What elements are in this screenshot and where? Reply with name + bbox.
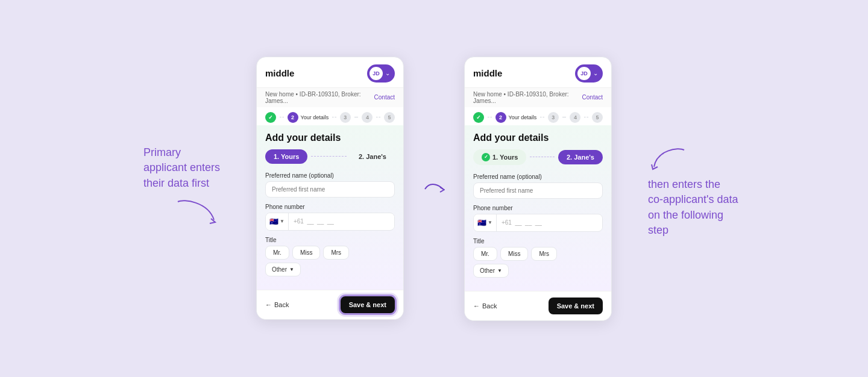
card-2-subheader-text: New home • ID-BR-109310, Broker: James..… (473, 91, 582, 104)
card-1-tab-janes[interactable]: 2. Jane's (350, 149, 395, 164)
card-2-chevron-phone: ▼ (488, 220, 492, 225)
card-2-title-mrs[interactable]: Mrs (531, 247, 557, 261)
card-2-phone-flag-btn[interactable]: 🇦🇺 ▼ (474, 214, 497, 231)
card-1-tab-yours[interactable]: 1. Yours (265, 149, 307, 164)
card-2-preferred-name-group: Preferred name (optional) (473, 173, 603, 199)
card-1-title-miss[interactable]: Miss (292, 246, 321, 260)
card-1-other-dropdown[interactable]: Other ▼ (265, 263, 301, 276)
card-2-flag-icon: 🇦🇺 (477, 219, 486, 227)
card2-step-2-active: 2 (495, 112, 506, 123)
card-1-back-btn[interactable]: ← Back (265, 301, 289, 308)
card2-step-1-check: ✓ (473, 112, 484, 123)
card-1-save-next-btn[interactable]: Save & next (341, 296, 395, 313)
step-dots-2 (332, 117, 336, 117)
card-1-footer: ← Back Save & next (257, 290, 403, 319)
card-2-footer: ← Back Save & next (465, 291, 611, 320)
forward-arrow-icon (422, 177, 446, 195)
card-2-tab-check-icon: ✓ (482, 153, 490, 161)
card-2-tab-janes[interactable]: 2. Jane's (558, 150, 603, 164)
card-2-progress: ✓ 2 Your details 3 4 5 (465, 107, 611, 125)
step-1-check: ✓ (265, 112, 276, 123)
card-2-contact-link[interactable]: Contact (582, 94, 603, 101)
card-2-tab-dots (530, 157, 555, 157)
card-2-tab-row: ✓ 1. Yours 2. Jane's (473, 149, 603, 165)
card-1-back-arrow-icon: ← (265, 301, 272, 308)
card2-step-dots-4 (584, 117, 588, 117)
card-1-progress: ✓ 2 Your details 3 4 5 (257, 107, 403, 125)
step-dots-1 (280, 117, 284, 117)
card-1-form-title: Add your details (265, 132, 395, 143)
step-2-active: 2 (288, 112, 298, 123)
card-2-form-title: Add your details (473, 132, 603, 143)
card-1-flag-icon: 🇦🇺 (269, 217, 278, 226)
card-2-subheader: New home • ID-BR-109310, Broker: James..… (465, 88, 611, 107)
card2-step-2-label: Your details (509, 114, 537, 120)
step-dots-4 (376, 117, 380, 117)
step-5: 5 (384, 112, 395, 123)
card-1-title-mrs[interactable]: Mrs (323, 246, 349, 260)
card-2-phone-label: Phone number (473, 205, 603, 211)
card-2-chevron-icon: ⌄ (593, 70, 598, 76)
left-annotation-text: Primary applicant enters their data firs… (143, 145, 220, 191)
card2-step-dots-1 (488, 117, 492, 117)
card-1-title: middle (265, 68, 294, 78)
card2-step-5: 5 (592, 112, 603, 123)
card-1-phone-flag-btn[interactable]: 🇦🇺 ▼ (266, 213, 289, 230)
card-1-contact-link[interactable]: Contact (374, 94, 395, 101)
card-2-title: middle (473, 68, 502, 78)
card-2-tab-yours[interactable]: ✓ 1. Yours (473, 149, 526, 165)
card-1-title-mr[interactable]: Mr. (265, 246, 289, 260)
card-2-title-label: Title (473, 238, 603, 245)
card-2-title-row: Mr. Miss Mrs (473, 247, 603, 261)
card-2-back-btn[interactable]: ← Back (473, 302, 497, 310)
card-1-subheader-text: New home • ID-BR-109310, Broker: James..… (265, 91, 374, 104)
card-1-body: Add your details 1. Yours 2. Jane's Pref… (257, 125, 403, 290)
card-1-tab-row: 1. Yours 2. Jane's (265, 149, 395, 164)
card2-step-4: 4 (570, 112, 580, 123)
card-1-chevron-icon: ⌄ (385, 70, 390, 76)
card-2-preferred-name-input[interactable] (473, 182, 603, 199)
card-2-phone-input-row: 🇦🇺 ▼ (473, 214, 603, 232)
left-annotation: Primary applicant enters their data firs… (87, 145, 220, 232)
card-1-preferred-name-label: Preferred name (optional) (265, 172, 395, 179)
card-2-save-next-btn[interactable]: Save & next (549, 298, 603, 314)
card-2-title-mr[interactable]: Mr. (473, 247, 497, 261)
card-2-avatar-btn[interactable]: JD ⌄ (575, 64, 603, 83)
card-1-subheader: New home • ID-BR-109310, Broker: James..… (257, 88, 403, 107)
card-2-header: middle JD ⌄ (465, 57, 611, 88)
card-2-other-chevron-icon: ▼ (497, 268, 502, 273)
card-1-preferred-name-input[interactable] (265, 181, 395, 198)
card-1-title-label: Title (265, 237, 395, 243)
card-1-other-chevron-icon: ▼ (289, 267, 294, 272)
card-2-other-label: Other (480, 267, 495, 274)
card2-step-3: 3 (548, 112, 559, 123)
card-2-other-dropdown[interactable]: Other ▼ (473, 264, 509, 278)
card-1-phone-label: Phone number (265, 204, 395, 210)
card-1-title-group: Title Mr. Miss Mrs Other ▼ (265, 237, 395, 276)
right-arrow-icon (648, 144, 690, 177)
card-2-title-group: Title Mr. Miss Mrs Other ▼ (473, 238, 603, 278)
left-arrow-icon (172, 196, 220, 232)
step-2-label: Your details (301, 114, 329, 120)
card-2-phone-number-input[interactable] (497, 215, 602, 230)
card-2: middle JD ⌄ New home • ID-BR-109310, Bro… (464, 57, 612, 321)
card-1-preferred-name-group: Preferred name (optional) (265, 172, 395, 198)
card-1-avatar-btn[interactable]: JD ⌄ (367, 64, 395, 83)
card-2-phone-group: Phone number 🇦🇺 ▼ (473, 205, 603, 232)
step-4: 4 (362, 112, 373, 123)
card-1-title-row: Mr. Miss Mrs (265, 246, 395, 260)
between-cards-arrow (422, 57, 446, 195)
step-dots-3 (354, 117, 359, 117)
card-1-phone-number-input[interactable] (289, 214, 394, 229)
card2-step-dots-3 (562, 117, 567, 117)
card-1-avatar: JD (370, 67, 383, 80)
card-1-other-label: Other (272, 266, 287, 273)
cards-container: middle JD ⌄ New home • ID-BR-109310, Bro… (256, 57, 612, 321)
card-1-header: middle JD ⌄ (257, 57, 403, 88)
card-2-preferred-name-label: Preferred name (optional) (473, 173, 603, 180)
card-2-title-miss[interactable]: Miss (500, 247, 529, 261)
card-2-avatar: JD (577, 67, 591, 80)
card-2-back-arrow-icon: ← (473, 302, 480, 310)
card-1-phone-group: Phone number 🇦🇺 ▼ (265, 204, 395, 231)
card-1-chevron-phone: ▼ (280, 219, 285, 224)
